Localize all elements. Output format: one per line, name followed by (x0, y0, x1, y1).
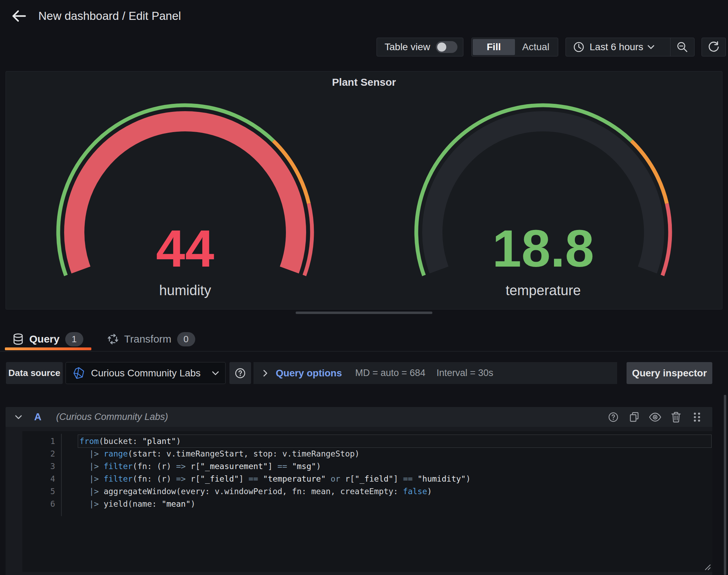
database-icon (13, 333, 24, 345)
editor-resize-grip[interactable] (702, 561, 711, 570)
tab-transform-count-badge: 0 (177, 332, 195, 346)
table-view-control: Table view (377, 38, 463, 56)
gauge-temperature: 18.8temperature (364, 98, 722, 309)
time-range-label[interactable]: Last 6 hours (590, 41, 643, 53)
gauge-container: 44humidity 18.8temperature (6, 98, 722, 309)
page-title: New dashboard / Edit Panel (38, 8, 181, 24)
tabs-divider (0, 351, 728, 352)
actual-button[interactable]: Actual (515, 39, 557, 55)
time-range-group: Last 6 hours (566, 38, 695, 56)
tab-query[interactable]: Query 1 (5, 328, 91, 350)
svg-text:temperature: temperature (506, 283, 581, 298)
refresh-icon (707, 41, 720, 53)
data-source-help-button[interactable] (229, 362, 251, 384)
query-options-link[interactable]: Query options (276, 368, 342, 379)
query-actions (607, 411, 703, 423)
transform-icon (107, 334, 119, 345)
data-source-picker[interactable]: Curious Community Labs (66, 362, 226, 384)
query-datasource-hint: (Curious Community Labs) (56, 412, 168, 422)
chevron-down-icon (212, 371, 219, 376)
delete-query-button[interactable] (670, 411, 682, 423)
drag-handle-icon[interactable] (691, 411, 703, 423)
code-line[interactable]: 2 |> range(start: v.timeRangeStart, stop… (22, 447, 712, 460)
toggle-knob (437, 43, 446, 52)
code-line[interactable]: 3 |> filter(fn: (r) => r["_measurement"]… (22, 460, 712, 473)
gauge-humidity-svg: 44humidity (51, 98, 319, 314)
max-data-points-readout: MD = auto = 684 (355, 368, 425, 378)
svg-text:18.8: 18.8 (492, 219, 594, 278)
chevron-down-icon (647, 45, 654, 49)
magnifier-minus-icon (676, 41, 688, 53)
active-tab-underline (5, 347, 91, 350)
query-help-button[interactable] (607, 411, 620, 423)
flux-code-editor[interactable]: 1from(bucket: "plant")2 |> range(start: … (22, 431, 712, 572)
toggle-visibility-button[interactable] (649, 411, 661, 423)
data-source-label: Data source (6, 362, 63, 384)
data-source-name: Curious Community Labs (91, 368, 200, 379)
code-line[interactable]: 4 |> filter(fn: (r) => r["_field"] == "t… (22, 473, 712, 485)
refresh-button[interactable] (702, 38, 726, 56)
fill-button[interactable]: Fill (473, 39, 515, 55)
back-button[interactable] (10, 7, 28, 25)
table-view-toggle[interactable] (436, 41, 457, 53)
table-view-label: Table view (385, 41, 430, 53)
query-ref-id[interactable]: A (34, 411, 41, 423)
scrollbar-thumb[interactable] (724, 395, 726, 575)
panel-resize-handle[interactable] (296, 312, 432, 314)
size-mode-group: Fill Actual (471, 38, 558, 56)
gauge-temperature-svg: 18.8temperature (409, 98, 677, 314)
duplicate-query-button[interactable] (628, 411, 640, 423)
code-line[interactable]: 6 |> yield(name: "mean") (22, 498, 712, 510)
interval-readout: Interval = 30s (437, 368, 493, 378)
influxdb-icon (72, 367, 85, 380)
query-inspector-button[interactable]: Query inspector (627, 362, 712, 384)
svg-text:44: 44 (156, 219, 214, 278)
chevron-down-icon[interactable] (15, 414, 22, 420)
query-options-bar: Query options MD = auto = 684 Interval =… (253, 362, 617, 384)
query-row-header[interactable]: A (Curious Community Labs) (6, 407, 712, 427)
panel-title: Plant Sensor (6, 76, 722, 88)
gauge-humidity: 44humidity (6, 98, 364, 309)
tab-transform-label: Transform (124, 333, 172, 345)
arrow-left-icon (10, 8, 27, 24)
chevron-right-icon[interactable] (263, 369, 268, 377)
code-line[interactable]: 1from(bucket: "plant") (22, 435, 712, 447)
clock-icon (573, 41, 585, 53)
svg-text:humidity: humidity (159, 283, 211, 298)
time-zoom-out-button[interactable] (670, 38, 694, 56)
question-circle-icon (234, 367, 247, 380)
panel-plant-sensor: Plant Sensor 44humidity 18.8temperature (6, 71, 722, 309)
tab-query-count-badge: 1 (65, 332, 83, 346)
code-line[interactable]: 5 |> aggregateWindow(every: v.windowPeri… (22, 485, 712, 498)
query-row-card: A (Curious Community Labs) (6, 407, 712, 575)
tab-query-label: Query (29, 333, 60, 345)
tab-transform[interactable]: Transform 0 (100, 328, 191, 350)
